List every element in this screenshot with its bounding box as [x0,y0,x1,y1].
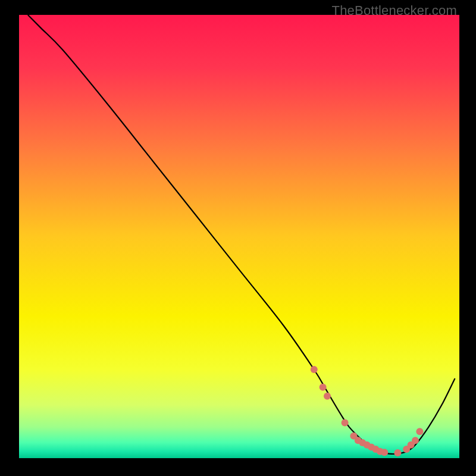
marker-dot [381,449,388,456]
marker-dot [324,393,331,400]
marker-dot [394,449,401,456]
marker-dot [412,437,419,444]
marker-dot [320,384,327,391]
chart-frame: TheBottlenecker.com [0,0,476,476]
marker-dot [342,419,349,426]
marker-dot [416,428,423,435]
chart-svg [19,15,459,458]
marker-dot [311,366,318,373]
gradient-background [19,15,459,458]
plot-area [19,15,459,458]
